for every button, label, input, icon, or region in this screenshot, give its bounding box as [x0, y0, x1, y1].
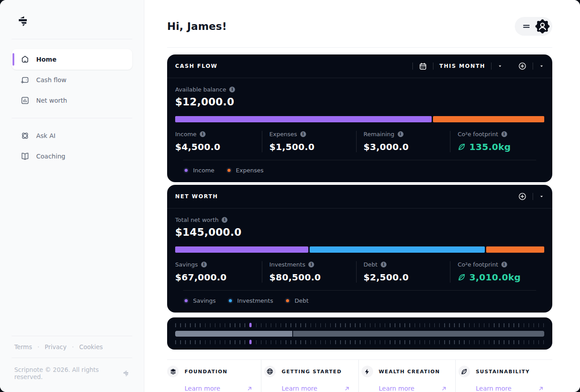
- sidebar-item-coaching[interactable]: Coaching: [12, 146, 132, 167]
- timeline-tick: [225, 340, 226, 344]
- sidebar-item-cash-flow[interactable]: Cash flow: [12, 70, 132, 90]
- sidebar-nav: Home Cash flow: [12, 39, 132, 167]
- stat-savings: Savingsi $67,000.0: [175, 261, 262, 283]
- timeline-tick: [325, 323, 326, 327]
- timeline-tick: [311, 323, 311, 327]
- timeline-tick: [190, 340, 191, 344]
- calendar-icon[interactable]: [419, 62, 427, 71]
- info-icon[interactable]: i: [229, 87, 235, 92]
- info-icon[interactable]: i: [308, 262, 314, 267]
- learn-more-link-wealth-creation[interactable]: Learn more: [379, 385, 447, 392]
- timeline-tick: [370, 323, 371, 327]
- stat-remaining: Remainingi $3,000.0: [356, 131, 450, 152]
- timeline-tick: [205, 323, 206, 327]
- timeline-tick: [474, 323, 475, 327]
- timeline-active-tick: [249, 340, 252, 344]
- learn-more-link-getting-started[interactable]: Learn more: [282, 385, 350, 392]
- sidebar-item-home[interactable]: Home: [12, 49, 132, 70]
- info-icon[interactable]: i: [501, 262, 507, 267]
- sidebar-item-ask-ai[interactable]: Ask AI: [12, 125, 132, 146]
- privacy-link[interactable]: Privacy: [45, 343, 67, 350]
- timeline-tick: [215, 323, 216, 327]
- timeline-tick: [395, 323, 395, 327]
- timeline-tick: [513, 340, 514, 344]
- info-icon[interactable]: i: [300, 131, 306, 137]
- stat-label: Co²e footprint: [458, 261, 498, 268]
- timeline-tick: [210, 340, 211, 344]
- learn-more-label: Learn more: [185, 385, 220, 392]
- timeline-tick: [276, 323, 277, 327]
- cookies-link[interactable]: Cookies: [79, 343, 103, 350]
- info-icon[interactable]: i: [398, 131, 403, 137]
- vertical-divider: [433, 63, 433, 70]
- info-icon[interactable]: i: [381, 262, 387, 267]
- learn-more-link-foundation[interactable]: Learn more: [185, 385, 253, 392]
- info-icon[interactable]: i: [200, 131, 206, 137]
- learn-title: SUSTAINABILITY: [476, 369, 530, 375]
- timeline-tick: [390, 340, 391, 344]
- learn-title: GETTING STARTED: [282, 369, 342, 375]
- info-icon[interactable]: i: [222, 217, 227, 223]
- timeline-tick: [385, 340, 386, 344]
- add-transaction-button[interactable]: [518, 62, 527, 71]
- timeline-tick: [330, 340, 331, 344]
- main-header: Hi, James!: [167, 0, 552, 48]
- vertical-divider: [412, 63, 413, 70]
- legend-item-debt: Debt: [285, 297, 308, 304]
- separator-dot: ·: [38, 343, 39, 350]
- learn-title: FOUNDATION: [185, 369, 227, 375]
- eco-value: 3,010.0kg: [469, 272, 521, 283]
- layers-icon: [167, 366, 179, 377]
- timeline-tick: [489, 323, 490, 327]
- timeline-tick: [235, 323, 235, 327]
- timeline-scrubber-card: [167, 317, 552, 350]
- available-balance-label: Available balance: [175, 86, 226, 93]
- page-title: Hi, James!: [167, 21, 227, 32]
- timeline-tick: [325, 340, 326, 344]
- stat-income: Incomei $4,500.0: [175, 131, 262, 152]
- legend-label: Investments: [237, 297, 273, 304]
- timeline-tick: [469, 340, 470, 344]
- timeline-tick: [315, 340, 316, 344]
- timeline-tick: [355, 323, 356, 327]
- period-selector-label[interactable]: THIS MONTH: [439, 63, 485, 69]
- learn-title: WEALTH CREATION: [379, 369, 440, 375]
- sidebar-item-net-worth[interactable]: Net worth: [12, 90, 132, 111]
- arrow-up-right-icon: [441, 385, 447, 392]
- timeline-tick: [360, 323, 361, 327]
- timeline-tick: [271, 323, 272, 327]
- stat-value: $80,500.0: [269, 272, 356, 283]
- terms-link[interactable]: Terms: [14, 343, 32, 350]
- book-icon: [21, 152, 29, 161]
- timeline-tick: [469, 323, 470, 327]
- info-icon[interactable]: i: [201, 262, 207, 267]
- stat-label: Remaining: [364, 131, 395, 138]
- learn-more-link-sustainability[interactable]: Learn more: [476, 385, 544, 392]
- net-worth-bar: [175, 246, 544, 253]
- logo-container: [12, 0, 132, 39]
- timeline-tick: [404, 323, 405, 327]
- timeline-scrollbar-thumb[interactable]: [175, 331, 293, 337]
- learn-col-foundation: FOUNDATION Learn more: [167, 360, 261, 392]
- chevron-down-icon[interactable]: [497, 63, 503, 69]
- learn-col-getting-started: GETTING STARTED Learn more: [261, 360, 358, 392]
- add-asset-button[interactable]: [518, 192, 527, 201]
- timeline-tick: [215, 340, 216, 344]
- chevron-down-icon[interactable]: [539, 63, 544, 69]
- timeline-tick: [175, 323, 176, 327]
- separator-dot: ·: [72, 343, 74, 350]
- timeline-tick: [244, 340, 245, 344]
- timeline-tick: [365, 323, 366, 327]
- chevron-down-icon[interactable]: [539, 194, 544, 199]
- cash-flow-card: CASH FLOW THIS MONTH: [167, 54, 552, 182]
- cash-flow-legend: Income Expenses: [183, 160, 536, 182]
- legend-item-income: Income: [183, 167, 214, 174]
- timeline-tick: [355, 340, 356, 344]
- net-worth-legend: Savings Investments Debt: [183, 290, 536, 313]
- account-menu-button[interactable]: [515, 17, 552, 36]
- timeline-tick: [244, 323, 245, 327]
- timeline-scrollbar-track[interactable]: [175, 331, 544, 337]
- timeline-tick: [444, 340, 445, 344]
- legend-label: Expenses: [236, 167, 264, 174]
- info-icon[interactable]: i: [501, 131, 507, 137]
